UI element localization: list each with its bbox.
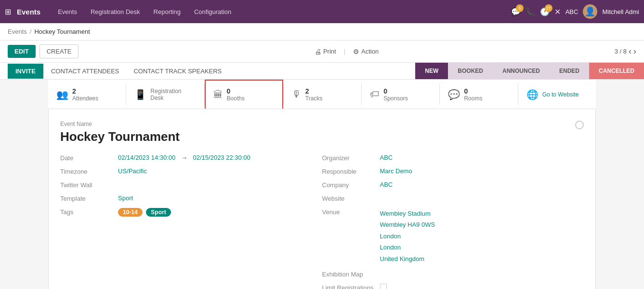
- stat-attendees[interactable]: 2 Attendees: [48, 80, 126, 109]
- tag-0[interactable]: 10-14: [118, 208, 143, 217]
- form-left: Date 02/14/2023 14:30:00 → 02/15/2023 22…: [60, 154, 322, 289]
- app-name: Events: [17, 8, 40, 16]
- template-link[interactable]: Sport: [118, 194, 133, 202]
- prev-record-arrow[interactable]: ‹: [629, 46, 631, 56]
- booths-icon: [213, 89, 223, 100]
- step-new[interactable]: NEW: [415, 63, 448, 79]
- main-content: Event Name Hockey Tournament Date 02/14/…: [48, 109, 596, 289]
- timezone-link[interactable]: US/Pacific: [118, 167, 147, 175]
- user-initials: ABC: [565, 8, 578, 15]
- timezone-value: US/Pacific: [118, 167, 147, 175]
- venue-row: Venue Wembley Stadium Wembley HA9 0WS Lo…: [322, 208, 565, 264]
- stat-booths[interactable]: 0 Booths: [205, 80, 283, 109]
- regdesk-icon: [134, 89, 146, 100]
- date-row: Date 02/14/2023 14:30:00 → 02/15/2023 22…: [60, 154, 303, 162]
- record-position: 3 / 8: [615, 48, 627, 55]
- venue-line-3: London: [380, 242, 435, 253]
- company-link[interactable]: ABC: [380, 181, 393, 188]
- nav-registration-desk[interactable]: Registration Desk: [85, 5, 146, 18]
- rooms-label: Rooms: [464, 95, 482, 102]
- exhibition-map-row: Exhibition Map: [322, 270, 565, 278]
- edit-button[interactable]: EDIT: [8, 45, 36, 58]
- date-value: 02/14/2023 14:30:00 → 02/15/2023 22:30:0…: [118, 154, 250, 161]
- limit-registrations-checkbox[interactable]: [380, 284, 387, 289]
- stats-bar: 2 Attendees Registration Desk 0 Booths 2…: [48, 80, 596, 109]
- company-value: ABC: [380, 181, 393, 188]
- exhibition-map-label: Exhibition Map: [322, 270, 380, 278]
- sponsors-label: Sponsors: [383, 95, 408, 102]
- rooms-icon: [448, 89, 460, 100]
- tags-label: Tags: [60, 208, 118, 216]
- twitter-wall-row: Twitter Wall: [60, 181, 303, 189]
- phone-icon[interactable]: 📞: [526, 7, 535, 16]
- booths-label: Booths: [227, 95, 245, 102]
- website-row: Website: [322, 194, 565, 202]
- organizer-link[interactable]: ABC: [380, 154, 393, 161]
- step-announced[interactable]: ANNOUNCED: [493, 63, 550, 79]
- form-grid: Date 02/14/2023 14:30:00 → 02/15/2023 22…: [60, 154, 584, 289]
- contact-attendees-button[interactable]: CONTACT ATTENDEES: [44, 64, 126, 79]
- regdesk-label: Registration Desk: [150, 88, 196, 101]
- responsible-link[interactable]: Marc Demo: [380, 167, 412, 175]
- nav-reporting[interactable]: Reporting: [148, 5, 186, 18]
- stat-tracks[interactable]: 2 Tracks: [284, 80, 361, 109]
- step-booked[interactable]: BOOKED: [448, 63, 493, 79]
- contact-speakers-button[interactable]: CONTACT TRACK SPEAKERS: [127, 64, 228, 79]
- action-button[interactable]: Action: [353, 48, 379, 55]
- template-row: Template Sport: [60, 194, 303, 202]
- tags-value: 10-14 Sport: [118, 208, 173, 217]
- stat-registration-desk[interactable]: Registration Desk: [126, 80, 204, 109]
- website-icon: [526, 89, 539, 100]
- nav-items: Events Registration Desk Reporting Confi…: [52, 5, 511, 18]
- responsible-row: Responsible Marc Demo: [322, 167, 565, 175]
- stat-website[interactable]: Go to Website: [518, 80, 596, 109]
- rooms-count: 0: [464, 87, 482, 95]
- tracks-icon: [292, 89, 302, 100]
- template-label: Template: [60, 194, 118, 202]
- stat-sponsors[interactable]: 0 Sponsors: [362, 80, 439, 109]
- nav-configuration[interactable]: Configuration: [188, 5, 237, 18]
- venue-label: Venue: [322, 208, 380, 216]
- status-pipeline: NEW BOOKED ANNOUNCED ENDED CANCELLED: [415, 63, 644, 79]
- step-cancelled[interactable]: CANCELLED: [589, 63, 644, 79]
- event-name: Hockey Tournament: [60, 129, 575, 144]
- limit-registrations-value: [380, 284, 387, 289]
- close-icon[interactable]: ✕: [554, 7, 561, 16]
- notification-icon[interactable]: 💬 5: [511, 7, 521, 16]
- create-button[interactable]: CREATE: [39, 44, 79, 58]
- date-start[interactable]: 02/14/2023 14:30:00: [118, 154, 175, 161]
- responsible-label: Responsible: [322, 167, 380, 175]
- top-navbar: ⊞ Events Events Registration Desk Report…: [0, 0, 644, 23]
- form-right: Organizer ABC Responsible Marc Demo Comp…: [322, 154, 584, 289]
- timezone-label: Timezone: [60, 167, 118, 175]
- notification-badge: 5: [516, 4, 524, 12]
- print-button[interactable]: Print: [315, 48, 336, 55]
- invite-button[interactable]: INVITE: [8, 64, 43, 79]
- breadcrumb-current: Hockey Tournament: [34, 28, 90, 35]
- activity-icon[interactable]: 🕐 27: [540, 7, 550, 16]
- organizer-row: Organizer ABC: [322, 154, 565, 162]
- twitter-wall-label: Twitter Wall: [60, 181, 118, 189]
- template-value: Sport: [118, 194, 133, 202]
- tracks-label: Tracks: [305, 95, 323, 102]
- venue-line-0[interactable]: Wembley Stadium: [380, 208, 435, 219]
- date-end[interactable]: 02/15/2023 22:30:00: [193, 154, 250, 161]
- tag-1[interactable]: Sport: [146, 208, 171, 217]
- toolbar: EDIT CREATE Print | Action 3 / 8 ‹ ›: [0, 41, 644, 63]
- organizer-label: Organizer: [322, 154, 380, 162]
- user-avatar[interactable]: 👤: [583, 4, 597, 19]
- timezone-row: Timezone US/Pacific: [60, 167, 303, 175]
- sponsors-icon: [370, 89, 380, 100]
- next-record-arrow[interactable]: ›: [633, 46, 636, 56]
- stat-rooms[interactable]: 0 Rooms: [440, 80, 517, 109]
- nav-right: 💬 5 📞 🕐 27 ✕ ABC 👤 Mitchell Admi: [511, 4, 639, 19]
- record-navigation: 3 / 8 ‹ ›: [615, 46, 636, 56]
- nav-events[interactable]: Events: [52, 5, 83, 18]
- grid-menu-icon[interactable]: ⊞: [5, 7, 11, 16]
- breadcrumb-separator: /: [30, 28, 32, 35]
- sponsors-count: 0: [383, 87, 408, 95]
- step-ended[interactable]: ENDED: [550, 63, 589, 79]
- tags-row: Tags 10-14 Sport: [60, 208, 303, 217]
- company-label: Company: [322, 181, 380, 189]
- breadcrumb-parent[interactable]: Events: [8, 28, 27, 35]
